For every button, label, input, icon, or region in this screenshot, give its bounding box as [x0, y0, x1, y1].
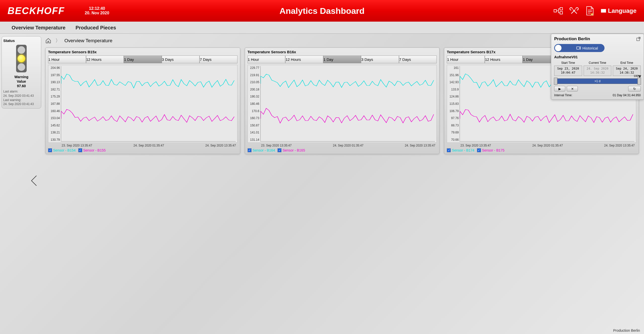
y-axis: 161151.96142.93133.9124.86115.83106.7997… — [447, 65, 460, 142]
light-yellow — [18, 55, 25, 62]
chart-panel-1: Temperature Sensors B16x1 Hour12 Hours1 … — [245, 47, 440, 154]
time-range-button[interactable]: 3 Days — [162, 56, 200, 63]
recording-name: AufnahmeV01 — [554, 55, 641, 59]
production-panel: Production Berlin Historical AufnahmeV01… — [551, 34, 644, 100]
time-range-button[interactable]: 3 Days — [361, 56, 399, 63]
loop-button[interactable]: ↻ — [628, 86, 641, 91]
tab-produced-pieces[interactable]: Produced Pieces — [70, 22, 121, 33]
footer-text: Production Berlin — [613, 328, 640, 332]
slider-marker-icon — [638, 75, 641, 78]
x-axis: 23. Sep 2020 13:35:4724. Sep 2020 01:35:… — [48, 143, 237, 148]
chart-title: Temperature Sensors B15x — [48, 50, 237, 54]
header-datetime: 12:12:40 20. Nov 2020 — [85, 6, 109, 15]
legend-checkbox[interactable]: ✓ — [277, 148, 281, 152]
header-time: 12:12:40 — [85, 6, 109, 11]
y-axis: 229.77219.91210.05200.18190.32180.46170.… — [248, 65, 260, 142]
status-value: 97.60 — [3, 84, 39, 88]
start-time-label: Start Time — [554, 61, 582, 65]
legend-checkbox[interactable]: ✓ — [447, 148, 451, 152]
last-warning-label: Last warning: — [3, 98, 39, 102]
slider-handle-left[interactable] — [554, 78, 557, 85]
chart-legend: ✓Sensor - B174✓Sensor - B175 — [447, 148, 636, 153]
end-time-label: End Time — [613, 61, 641, 65]
production-title: Production Berlin — [554, 36, 590, 41]
time-slider[interactable]: 100% >1 d — [554, 78, 641, 84]
popout-icon[interactable] — [636, 37, 641, 41]
tab-overview-temperature[interactable]: Overview Temperature — [7, 22, 70, 33]
page-title: Analytics Dashboard — [279, 6, 365, 16]
legend-label: Sensor - B174 — [452, 148, 474, 152]
time-range-button[interactable]: 12 Hours — [285, 56, 323, 63]
current-time-value: 24. Sep 2020 14:36:32 — [584, 66, 612, 76]
document-icon[interactable] — [585, 6, 595, 16]
legend-checkbox[interactable]: ✓ — [48, 148, 52, 152]
last-warning-value: 24. Sep 2020 03:41:43 — [3, 102, 39, 106]
chart-panel-0: Temperature Sensors B15x1 Hour12 Hours1 … — [45, 47, 240, 154]
nav-prev-arrow[interactable] — [30, 174, 38, 187]
tab-bar: Overview Temperature Produced Pieces — [0, 22, 644, 34]
language-icon — [601, 9, 606, 13]
content-area: 〉 Overview Temperature Temperature Senso… — [43, 34, 644, 334]
chart-title: Temperature Sensors B16x — [248, 50, 437, 54]
chart-area[interactable]: 229.77219.91210.05200.18190.32180.46170.… — [248, 65, 437, 143]
time-range-button[interactable]: 7 Days — [199, 56, 237, 63]
time-range-button[interactable]: 1 Hour — [447, 56, 485, 63]
plot-area — [61, 66, 236, 141]
legend-checkbox[interactable]: ✓ — [477, 148, 481, 152]
last-alarm-value: 24. Sep 2020 03:41:43 — [3, 94, 39, 98]
plot-area — [260, 66, 435, 141]
historical-toggle[interactable]: Historical — [554, 44, 605, 52]
language-label: Language — [608, 7, 636, 14]
time-range-button[interactable]: 1 Hour — [48, 56, 86, 63]
status-panel: Status Warning Value 97.60 Last alarm: 2… — [2, 36, 41, 109]
time-range-button[interactable]: 1 Day — [323, 56, 361, 63]
legend-checkbox[interactable]: ✓ — [78, 148, 82, 152]
svg-rect-2 — [560, 12, 562, 14]
slider-text: >1 d — [594, 79, 600, 83]
historical-label: Historical — [582, 46, 598, 50]
legend-checkbox[interactable]: ✓ — [248, 148, 252, 152]
status-state: Warning — [3, 75, 39, 79]
header-date: 20. Nov 2020 — [85, 11, 109, 15]
legend-label: Sensor - B175 — [482, 148, 505, 152]
svg-rect-4 — [577, 47, 580, 49]
time-range-button[interactable]: 7 Days — [399, 56, 437, 63]
language-selector[interactable]: Language — [601, 7, 636, 14]
stop-button[interactable]: ✕ — [567, 86, 578, 91]
light-red — [18, 46, 25, 54]
legend-label: Sensor - B164 — [253, 148, 275, 152]
interval-value: 01 Day 04:31:44.950 — [613, 93, 641, 97]
svg-rect-1 — [560, 8, 562, 10]
breadcrumb-page: Overview Temperature — [64, 38, 112, 43]
time-range-button[interactable]: 12 Hours — [86, 56, 124, 63]
legend-label: Sensor - B155 — [83, 148, 106, 152]
interval-label: Interval Time: — [554, 93, 572, 97]
flow-icon[interactable] — [553, 6, 563, 16]
chart-legend: ✓Sensor - B154✓Sensor - B155 — [48, 148, 237, 153]
time-range-button[interactable]: 12 Hours — [485, 56, 523, 63]
last-alarm-label: Last alarm: — [3, 89, 39, 94]
y-axis: 204.96197.55190.13182.71175.29167.88160.… — [48, 65, 61, 142]
play-button[interactable]: ▶ — [554, 86, 565, 91]
slider-handle-right[interactable] — [637, 78, 641, 85]
home-icon[interactable] — [45, 38, 51, 44]
traffic-light — [16, 45, 27, 72]
light-green — [18, 63, 25, 71]
chart-legend: ✓Sensor - B164✓Sensor - B165 — [248, 148, 437, 153]
breadcrumb: 〉 Overview Temperature — [45, 37, 639, 44]
time-range-button[interactable]: 1 Hour — [248, 56, 286, 63]
toggle-knob — [555, 45, 561, 51]
time-range-button[interactable]: 1 Day — [124, 56, 162, 63]
tools-icon[interactable] — [569, 6, 579, 16]
camera-icon — [576, 46, 581, 50]
logo: BECKHOFF — [8, 6, 65, 16]
app-header: BECKHOFF 12:12:40 20. Nov 2020 Analytics… — [0, 0, 644, 22]
status-title: Status — [3, 38, 39, 43]
status-value-label: Value — [3, 79, 39, 83]
chevron-right-icon: 〉 — [55, 37, 60, 44]
x-axis: 23. Sep 2020 13:35:4724. Sep 2020 01:35:… — [447, 143, 636, 148]
legend-label: Sensor - B154 — [53, 148, 76, 152]
chart-area[interactable]: 204.96197.55190.13182.71175.29167.88160.… — [48, 65, 237, 143]
current-time-label: Current Time — [584, 61, 612, 65]
start-time-value[interactable]: Sep 23, 2020 10:04:47 — [554, 66, 582, 76]
